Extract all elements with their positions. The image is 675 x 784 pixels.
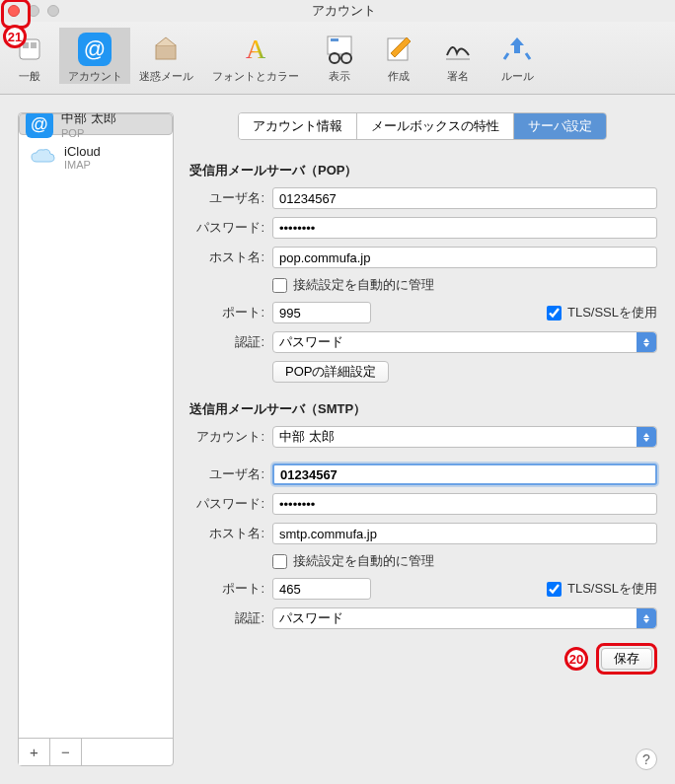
save-button[interactable]: 保存: [601, 648, 652, 670]
svg-rect-2: [31, 42, 37, 48]
account-item[interactable]: @ 中部 太郎 POP: [19, 113, 173, 135]
tab-viewing[interactable]: 表示: [310, 28, 369, 84]
outgoing-tls-checkbox[interactable]: TLS/SSLを使用: [547, 580, 657, 598]
tab-accounts[interactable]: @ アカウント: [59, 28, 130, 84]
tab-rules[interactable]: ルール: [488, 28, 547, 84]
remove-account-button[interactable]: −: [50, 739, 82, 765]
outgoing-auth-select[interactable]: パスワード: [272, 607, 657, 629]
incoming-auto-checkbox[interactable]: 接続設定を自動的に管理: [272, 276, 657, 294]
at-icon: @: [78, 33, 112, 66]
incoming-username-field[interactable]: [272, 187, 657, 209]
tab-fonts[interactable]: A フォントとカラー: [201, 28, 310, 84]
svg-rect-1: [23, 42, 29, 48]
signature-icon: [443, 36, 473, 63]
tab-general[interactable]: 一般: [0, 28, 59, 84]
rules-icon: [502, 36, 532, 63]
add-account-button[interactable]: +: [19, 739, 50, 765]
incoming-auth-select[interactable]: パスワード: [272, 331, 657, 353]
tab-signatures[interactable]: 署名: [428, 28, 488, 84]
help-button[interactable]: ?: [636, 748, 657, 770]
tab-composing[interactable]: 作成: [369, 28, 428, 84]
window-title: アカウント: [20, 2, 667, 20]
incoming-port-field[interactable]: [272, 302, 371, 323]
tab-account-info[interactable]: アカウント情報: [239, 113, 357, 139]
outgoing-port-field[interactable]: [272, 578, 371, 600]
svg-text:A: A: [246, 35, 266, 64]
accounts-sidebar: @ 中部 太郎 POP iCloud IMAP + −: [18, 112, 174, 766]
svg-rect-3: [156, 45, 176, 59]
glasses-icon: [325, 35, 354, 64]
svg-rect-6: [331, 38, 338, 41]
outgoing-account-select[interactable]: 中部 太郎: [272, 426, 657, 448]
outgoing-host-field[interactable]: [272, 523, 657, 544]
pop-advanced-button[interactable]: POPの詳細設定: [272, 361, 389, 383]
tab-mailbox-behaviors[interactable]: メールボックスの特性: [357, 113, 514, 139]
compose-icon: [385, 36, 412, 63]
cloud-icon: [29, 143, 56, 171]
outgoing-title: 送信用メールサーバ（SMTP）: [189, 400, 657, 418]
incoming-host-field[interactable]: [272, 247, 657, 268]
tab-server-settings[interactable]: サーバ設定: [514, 113, 606, 139]
incoming-password-field[interactable]: [272, 217, 657, 239]
detail-tabs: アカウント情報 メールボックスの特性 サーバ設定: [238, 112, 607, 140]
incoming-title: 受信用メールサーバ（POP）: [189, 162, 657, 179]
junk-icon: [151, 36, 181, 63]
switches-icon: [16, 36, 43, 63]
incoming-tls-checkbox[interactable]: TLS/SSLを使用: [547, 304, 657, 321]
accounts-window: アカウント 21 一般 @ アカウント 迷惑メール A フォントとカラー 表示 …: [0, 0, 675, 784]
fonts-icon: A: [239, 35, 272, 64]
outgoing-auto-checkbox[interactable]: 接続設定を自動的に管理: [272, 552, 657, 570]
callout-number-20: 20: [564, 647, 588, 671]
prefs-toolbar: 一般 @ アカウント 迷惑メール A フォントとカラー 表示 作成 署名 ルール: [0, 22, 675, 95]
titlebar: アカウント: [0, 0, 675, 22]
window-close-button[interactable]: [8, 5, 20, 17]
at-icon: @: [26, 113, 53, 138]
tab-junk[interactable]: 迷惑メール: [130, 28, 201, 84]
outgoing-password-field[interactable]: [272, 493, 657, 515]
outgoing-username-field[interactable]: [272, 463, 657, 485]
account-item[interactable]: iCloud IMAP: [19, 135, 173, 178]
